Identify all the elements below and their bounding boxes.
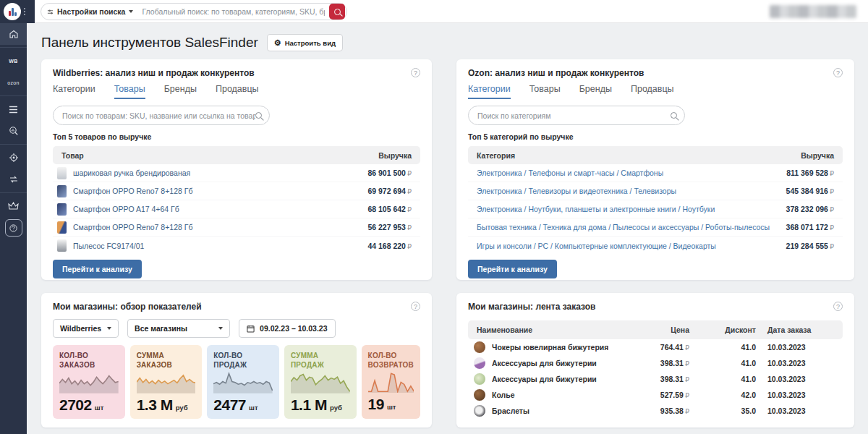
kpi-value: 1.3 М [137, 396, 173, 414]
product-link[interactable]: Смартфон OPPO Reno7 8+128 Гб [73, 223, 192, 231]
sparkline-chart [213, 370, 273, 393]
order-row[interactable]: Аксессуары для бижутерии 398.31₽ 41.0 10… [468, 371, 843, 387]
kpi-orders-sum[interactable]: СУММА ЗАКАЗОВ 1.3 Мруб [130, 345, 203, 419]
orders-table-header: Наименование Цена Дисконт Дата заказа [468, 320, 843, 339]
table-row[interactable]: Электроника / Телевизоры и видеотехника … [468, 182, 843, 200]
table-row[interactable]: Пылесос FC9174/01 44 168 220₽ [53, 237, 420, 255]
home-icon [9, 29, 19, 39]
category-link[interactable]: Бытовая техника / Техника для дома / Пыл… [477, 223, 770, 231]
kpi-label: КОЛ-ВО ЗАКАЗОВ [59, 352, 119, 370]
help-icon[interactable] [411, 302, 420, 311]
kpi-unit: шт [387, 403, 396, 411]
kpi-orders-count[interactable]: КОЛ-ВО ЗАКАЗОВ 2702шт [53, 345, 125, 419]
category-link[interactable]: Игры и консоли / PC / Компьютерные компл… [477, 242, 716, 250]
ozon-go-to-analysis-button[interactable]: Перейти к анализу [468, 260, 557, 278]
sparkline-chart [291, 370, 350, 393]
product-link[interactable]: Смартфон OPPO Reno7 8+128 Гб [73, 187, 192, 195]
kpi-sales-count[interactable]: КОЛ-ВО ПРОДАЖ 2477шт [207, 345, 279, 419]
product-link[interactable]: Пылесос FC9174/01 [73, 242, 144, 250]
ozon-card-title: Ozon: анализ ниш и продаж конкурентов [468, 68, 644, 78]
search-icon [255, 112, 262, 119]
category-link[interactable]: Электроника / Ноутбуки, планшеты и элект… [477, 205, 715, 213]
sparkline-chart [137, 370, 196, 393]
sidebar-item-wildberries[interactable]: WB [0, 50, 27, 72]
repeat-arrows-icon [9, 175, 19, 184]
ozon-analysis-card: Ozon: анализ ниш и продаж конкурентов Ка… [456, 59, 854, 280]
global-search-button[interactable] [329, 4, 345, 20]
kpi-returns-count[interactable]: КОЛ-ВО ВОЗВРАТОВ 19шт [362, 345, 420, 419]
kpi-label: КОЛ-ВО ВОЗВРАТОВ [368, 352, 414, 370]
search-settings-dropdown[interactable]: Настройки поиска [47, 7, 133, 16]
ozon-tab-sellers[interactable]: Продавцы [631, 84, 674, 99]
wb-tab-brands[interactable]: Бренды [164, 84, 197, 99]
gear-icon: ⚙ [274, 39, 281, 47]
category-link[interactable]: Электроника / Телефоны и смарт-часы / См… [477, 169, 663, 177]
ozon-tab-products[interactable]: Товары [529, 84, 561, 99]
kpi-sales-sum[interactable]: СУММА ПРОДАЖ 1.1 Мруб [284, 345, 357, 419]
product-link[interactable]: Смартфон OPPO A17 4+64 Гб [73, 205, 179, 213]
wb-search-input[interactable] [62, 111, 255, 120]
sidebar: WB ozon [0, 23, 27, 434]
sidebar-item-home[interactable] [0, 23, 27, 45]
col-name: Наименование [477, 326, 616, 334]
kpi-unit: шт [249, 404, 258, 412]
product-thumbnail [57, 167, 67, 179]
sidebar-divider [0, 144, 27, 145]
global-search-input[interactable] [133, 7, 329, 16]
table-row[interactable]: Электроника / Ноутбуки, планшеты и элект… [468, 200, 843, 218]
menu-list-icon [9, 106, 18, 114]
help-icon[interactable] [411, 68, 420, 77]
kpi-value: 2702 [59, 396, 92, 414]
stores-select[interactable]: Все магазины [127, 319, 230, 338]
order-row[interactable]: Браслеты 935.38₽ 35.0 10.03.2023 [468, 403, 843, 419]
ozon-label: ozon [7, 80, 19, 85]
table-row[interactable]: Игры и консоли / PC / Компьютерные компл… [468, 237, 843, 255]
order-row[interactable]: Аксессуары для бижутерии 398.31₽ 41.0 10… [468, 355, 843, 371]
search-settings-label: Настройки поиска [57, 7, 125, 16]
marketplace-select-value: Wildberries [60, 324, 101, 333]
table-row[interactable]: Смартфон OPPO A17 4+64 Гб 68 105 642₽ [53, 200, 420, 218]
ozon-tab-brands[interactable]: Бренды [579, 84, 612, 99]
table-row[interactable]: Смартфон OPPO Reno7 8+128 Гб 69 972 694₽ [53, 182, 420, 200]
salesfinder-logo-icon[interactable] [4, 3, 21, 20]
stores-overview-title: Мои магазины: обзор показателей [53, 302, 202, 312]
sidebar-item-support[interactable] [0, 217, 27, 239]
wb-tab-products[interactable]: Товары [114, 84, 145, 99]
wb-tab-categories[interactable]: Категории [53, 84, 95, 99]
user-account-chip[interactable] [770, 5, 856, 18]
sidebar-item-categories[interactable] [0, 98, 27, 120]
product-avatar [474, 341, 485, 353]
product-link[interactable]: шариковая ручка брендированая [73, 169, 190, 177]
product-avatar [474, 405, 485, 417]
wb-tab-sellers[interactable]: Продавцы [216, 84, 259, 99]
sidebar-divider [0, 95, 27, 96]
col-product: Товар [61, 151, 84, 160]
ozon-tab-categories[interactable]: Категории [468, 84, 511, 99]
ozon-search-box [468, 106, 685, 125]
search-icon [334, 9, 341, 15]
category-link[interactable]: Электроника / Телевизоры и видеотехника … [477, 187, 676, 195]
table-row[interactable]: Электроника / Телефоны и смарт-часы / См… [468, 164, 843, 182]
help-icon[interactable] [833, 302, 843, 311]
top-bar: Настройки поиска [0, 0, 868, 23]
table-row[interactable]: шариковая ручка брендированая 86 901 500… [53, 164, 420, 182]
order-row[interactable]: Чокеры ювелирная бижутерия 764.41₽ 41.0 … [468, 339, 843, 355]
kpi-label: СУММА ЗАКАЗОВ [137, 352, 196, 370]
table-row[interactable]: Смартфон OPPO Reno7 8+128 Гб 56 227 953₽ [53, 218, 420, 237]
stores-select-value: Все магазины [135, 324, 187, 333]
wb-go-to-analysis-button[interactable]: Перейти к анализу [53, 260, 142, 278]
sidebar-item-product-analysis[interactable] [0, 120, 27, 142]
table-row[interactable]: Бытовая техника / Техника для дома / Пыл… [468, 218, 843, 237]
help-icon[interactable] [833, 68, 843, 77]
customize-view-button[interactable]: ⚙ Настроить вид [267, 34, 343, 51]
marketplace-select[interactable]: Wildberries [53, 319, 119, 338]
date-range-picker[interactable]: 09.02.23 – 10.03.23 [239, 319, 335, 338]
sidebar-item-top-products[interactable] [0, 195, 27, 217]
kebab-menu-icon[interactable] [24, 8, 25, 15]
ozon-search-input[interactable] [477, 111, 671, 120]
sidebar-item-repricer[interactable] [0, 169, 27, 190]
customize-view-label: Настроить вид [285, 39, 336, 47]
sidebar-item-ozon[interactable]: ozon [0, 72, 27, 93]
order-row[interactable]: Колье 527.59₽ 42.0 10.03.2023 [468, 387, 843, 403]
sidebar-item-tracking[interactable] [0, 147, 27, 169]
